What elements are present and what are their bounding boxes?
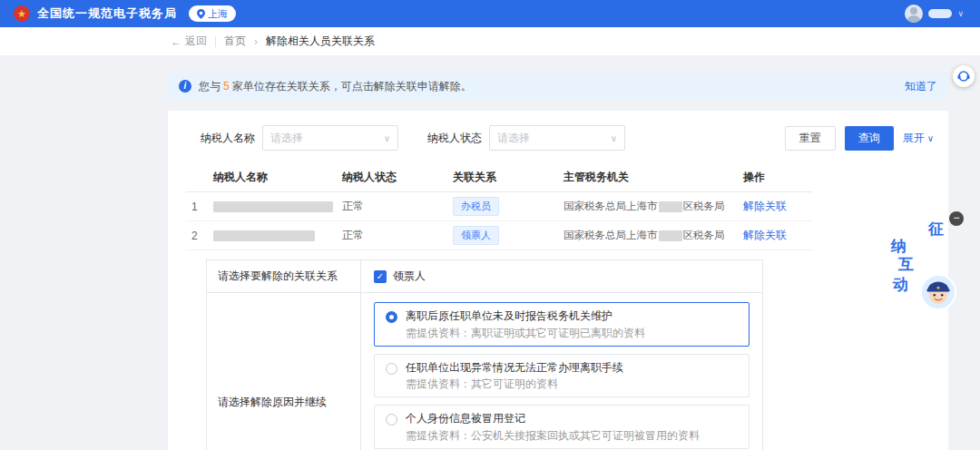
remove-association-link[interactable]: 解除关联 — [743, 200, 787, 212]
user-avatar[interactable] — [905, 5, 923, 23]
info-icon: i — [179, 80, 191, 93]
main-content: i 您与 5 家单位存在关联关系，可点击解除关联申请解除。 知道了 纳税人名称 … — [0, 56, 980, 450]
reason-option-text: 离职后原任职单位未及时报告税务机关维护 需提供资料：离职证明或其它可证明已离职的… — [406, 308, 645, 341]
widget-char: 互 — [898, 254, 914, 275]
authority-suffix: 区税务局 — [683, 201, 725, 211]
relation-checkbox-row: ✓ 领票人 — [361, 260, 762, 293]
row-index: 2 — [186, 230, 213, 242]
customer-service-icon — [957, 70, 970, 83]
interaction-float-widget[interactable]: − 征 纳 互 动 — [886, 220, 956, 313]
taxpayer-status-value: 正常 — [342, 199, 453, 214]
relation-checkbox[interactable]: ✓ — [374, 270, 387, 283]
tax-officer-avatar-icon — [920, 274, 956, 313]
reason-title: 离职后原任职单位未及时报告税务机关维护 — [406, 308, 645, 325]
alert-text-suffix: 家单位存在关联关系，可点击解除关联申请解除。 — [232, 79, 472, 94]
app-header-left: ★ 全国统一规范电子税务局 上海 — [13, 5, 236, 23]
help-float-button[interactable] — [953, 65, 975, 87]
header-taxpayer-status: 纳税人状态 — [342, 170, 453, 185]
breadcrumb-home[interactable]: 首页 — [224, 34, 246, 49]
reason-select-label: 请选择解除原因并继续 — [207, 293, 361, 450]
header-action: 操作 — [743, 170, 812, 185]
relation-checkbox-label: 领票人 — [393, 269, 426, 284]
app-header: ★ 全国统一规范电子税务局 上海 ∨ — [0, 0, 980, 27]
reason-option-text: 个人身份信息被冒用登记 需提供资料：公安机关接报案回执或其它可证明被冒用的资料 — [406, 410, 700, 444]
user-menu-chevron-icon[interactable]: ∨ — [957, 9, 964, 18]
radio-icon[interactable] — [386, 363, 397, 375]
filter-row: 纳税人名称 请选择 ∨ 纳税人状态 请选择 ∨ 重置 查询 展开 ∨ — [201, 125, 934, 151]
reason-option-resigned[interactable]: 离职后原任职单位未及时报告税务机关维护 需提供资料：离职证明或其它可证明已离职的… — [374, 302, 750, 347]
location-selector[interactable]: 上海 — [189, 5, 236, 22]
taxpayer-name-select[interactable]: 请选择 ∨ — [262, 125, 398, 151]
location-label: 上海 — [208, 7, 228, 21]
reason-desc: 需提供资料：公安机关接报案回执或其它可证明被冒用的资料 — [406, 427, 700, 444]
reason-title: 任职单位出现异常情况无法正常办理离职手续 — [406, 359, 623, 377]
redaction-block — [213, 230, 315, 241]
svg-text:★: ★ — [17, 8, 26, 19]
action-cell: 解除关联 — [743, 228, 812, 243]
app-title: 全国统一规范电子税务局 — [37, 5, 177, 22]
remove-detail-panel: 请选择要解除的关联关系 ✓ 领票人 请选择解除原因并继续 离职后原任职单位未及时… — [206, 259, 763, 450]
taxpayer-status-label: 纳税人状态 — [427, 131, 482, 146]
breadcrumb: ← 返回 首页 › 解除相关人员关联关系 — [0, 27, 980, 56]
radio-selected-icon[interactable] — [386, 311, 397, 323]
search-button[interactable]: 查询 — [845, 126, 894, 151]
relation-cell: 领票人 — [453, 226, 564, 245]
radio-icon[interactable] — [386, 414, 397, 426]
taxpayer-status-select[interactable]: 请选择 ∨ — [489, 125, 625, 151]
authority-cell: 国家税务总局上海市区税务局 — [564, 229, 743, 242]
alert-unit-count: 5 — [223, 80, 230, 93]
filter-buttons: 重置 查询 展开 ∨ — [785, 126, 934, 151]
widget-char: 征 — [928, 219, 944, 240]
alert-dismiss-link[interactable]: 知道了 — [905, 79, 937, 94]
table-header-row: 纳税人名称 纳税人状态 关联关系 主管税务机关 操作 — [186, 163, 812, 192]
select-chevron-icon: ∨ — [384, 133, 390, 143]
relation-cell: 办税员 — [453, 197, 564, 216]
breadcrumb-divider — [215, 36, 216, 47]
table-row: 2 正常 领票人 国家税务总局上海市区税务局 解除关联 — [186, 221, 812, 250]
select-chevron-icon: ∨ — [611, 133, 617, 143]
user-name-redacted — [928, 9, 952, 18]
relation-select-label: 请选择要解除的关联关系 — [207, 260, 361, 293]
association-alert: i 您与 5 家单位存在关联关系，可点击解除关联申请解除。 知道了 — [168, 73, 948, 100]
authority-prefix: 国家税务总局上海市 — [564, 201, 658, 211]
taxpayer-name-placeholder: 请选择 — [270, 131, 303, 146]
reason-options: 离职后原任职单位未及时报告税务机关维护 需提供资料：离职证明或其它可证明已离职的… — [361, 293, 762, 450]
back-button[interactable]: ← 返回 — [171, 34, 207, 49]
relation-badge: 办税员 — [453, 197, 499, 216]
header-taxpayer-name: 纳税人名称 — [213, 170, 342, 185]
minimize-widget-button[interactable]: − — [949, 211, 964, 226]
expand-chevron-icon: ∨ — [927, 133, 934, 143]
header-relation: 关联关系 — [453, 170, 564, 185]
national-emblem-icon: ★ — [13, 5, 31, 23]
breadcrumb-current: 解除相关人员关联关系 — [266, 34, 375, 49]
redaction-block — [213, 201, 333, 212]
taxpayer-name-redacted — [213, 201, 342, 213]
reason-option-text: 任职单位出现异常情况无法正常办理离职手续 需提供资料：其它可证明的资料 — [406, 359, 623, 393]
back-arrow-icon: ← — [171, 35, 181, 48]
taxpayer-name-label: 纳税人名称 — [201, 131, 255, 146]
expand-link[interactable]: 展开 ∨ — [903, 131, 934, 146]
remove-association-link[interactable]: 解除关联 — [743, 229, 787, 241]
back-label: 返回 — [185, 34, 207, 49]
taxpayer-status-placeholder: 请选择 — [497, 131, 530, 146]
widget-char: 动 — [893, 274, 908, 295]
action-cell: 解除关联 — [743, 199, 812, 214]
reason-option-abnormal-employer[interactable]: 任职单位出现异常情况无法正常办理离职手续 需提供资料：其它可证明的资料 — [374, 354, 750, 398]
authority-suffix: 区税务局 — [683, 230, 725, 240]
expand-label: 展开 — [903, 131, 925, 146]
status-filter-group: 纳税人状态 请选择 ∨ — [427, 125, 625, 151]
reason-desc: 需提供资料：离职证明或其它可证明已离职的资料 — [406, 325, 645, 341]
alert-text-prefix: 您与 — [199, 79, 220, 94]
taxpayer-name-redacted — [213, 230, 342, 242]
row-index: 1 — [186, 201, 213, 213]
breadcrumb-separator-icon: › — [254, 35, 258, 48]
header-authority: 主管税务机关 — [564, 170, 743, 185]
table-row: 1 正常 办税员 国家税务总局上海市区税务局 解除关联 — [186, 192, 812, 221]
reason-option-identity-theft[interactable]: 个人身份信息被冒用登记 需提供资料：公安机关接报案回执或其它可证明被冒用的资料 — [374, 405, 750, 449]
authority-cell: 国家税务总局上海市区税务局 — [564, 200, 743, 213]
association-table: 纳税人名称 纳税人状态 关联关系 主管税务机关 操作 1 正常 办税员 国家税务… — [186, 163, 812, 250]
app-header-right: ∨ — [905, 5, 964, 23]
association-card: 纳税人名称 请选择 ∨ 纳税人状态 请选择 ∨ 重置 查询 展开 ∨ — [168, 111, 948, 450]
authority-prefix: 国家税务总局上海市 — [564, 230, 658, 240]
reset-button[interactable]: 重置 — [785, 126, 836, 151]
